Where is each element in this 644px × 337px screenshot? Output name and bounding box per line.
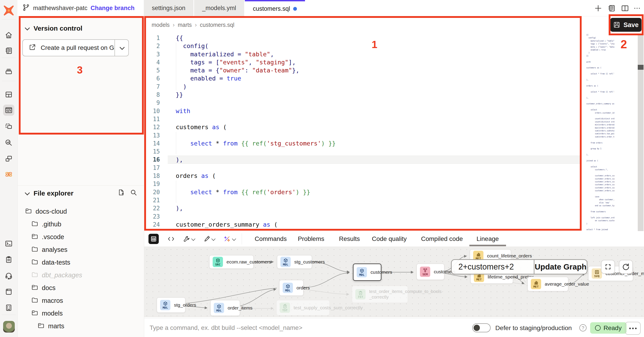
code-line-10[interactable]: 10with <box>144 107 581 115</box>
code-line-1[interactable]: 1{{ <box>144 34 581 42</box>
wrench-icon[interactable] <box>182 234 192 244</box>
windows-icon[interactable] <box>3 153 14 164</box>
panel-tab-Commands[interactable]: Commands <box>255 232 287 246</box>
defer-toggle[interactable] <box>472 323 490 332</box>
editor-minimap[interactable]: {{ config( materialized = "table", tags … <box>586 33 614 231</box>
file-explorer-header[interactable]: File explorer <box>25 190 73 197</box>
user-avatar[interactable] <box>3 321 15 333</box>
more-options-button[interactable] <box>625 322 641 335</box>
save-button[interactable]: Save <box>610 18 642 32</box>
tree-item-.github[interactable]: .github <box>18 218 144 231</box>
new-file-icon[interactable] <box>116 188 126 198</box>
lineage-node-test-supply-costs[interactable]: TSTtest_supply_costs_sum_correctly <box>276 300 330 316</box>
code-line-6[interactable]: 6 enabled = true <box>144 74 581 82</box>
tree-item-.vscode[interactable]: .vscode <box>18 231 144 243</box>
code-line-22[interactable]: 22), <box>144 204 581 212</box>
code-line-17[interactable]: 17 <box>144 164 581 172</box>
panel-tab-Code quality[interactable]: Code quality <box>372 232 407 246</box>
panel-tab-Compiled code[interactable]: Compiled code <box>421 232 463 246</box>
lineage-node-stg-customers[interactable]: MDLstg_customers <box>277 255 312 269</box>
chevron-down-icon[interactable] <box>212 237 215 241</box>
add-tab-icon[interactable] <box>593 3 603 13</box>
split-view-icon[interactable] <box>620 3 630 13</box>
home-icon[interactable] <box>3 29 14 41</box>
tree-item-models[interactable]: models <box>18 307 144 320</box>
tree-item-docs-cloud[interactable]: docs-cloud <box>18 205 144 218</box>
chevron-down-icon[interactable] <box>192 237 195 241</box>
notebook-icon[interactable] <box>3 45 14 56</box>
tree-item-marts[interactable]: marts <box>18 320 144 333</box>
docs-book-icon[interactable] <box>3 286 14 297</box>
code-line-3[interactable]: 3 materialized = "table", <box>144 50 581 58</box>
lineage-node-customers-semantic[interactable]: SEMcustomers <box>416 264 444 280</box>
breadcrumb-item[interactable]: models <box>152 22 170 28</box>
code-line-11[interactable]: 11 <box>144 115 581 123</box>
code-line-13[interactable]: 13 <box>144 131 581 139</box>
terminal-icon[interactable] <box>3 238 14 249</box>
code-editor[interactable]: 1{{2 config(3 materialized = "table",4 t… <box>144 34 581 229</box>
version-control-header[interactable]: Version control <box>25 24 82 32</box>
code-line-18[interactable]: 18orders as ( <box>144 172 581 180</box>
lineage-node-test-order-items[interactable]: TSTtest_order_items_compute_to_bools _co… <box>352 286 408 303</box>
lineage-node-stg-orders[interactable]: MDLstg_orders <box>156 297 186 313</box>
lineage-node-order-items[interactable]: MDLorder_items <box>210 300 240 316</box>
ai-assist-icon[interactable] <box>222 234 232 244</box>
code-line-4[interactable]: 4 tags = ["events", "staging"], <box>144 58 581 66</box>
tree-item-dbt_packages[interactable]: dbt_packages <box>18 269 144 282</box>
branch-name[interactable]: matthewshaver-patc <box>33 5 88 12</box>
change-branch-link[interactable]: Change branch <box>90 5 134 12</box>
code-line-20[interactable]: 20 select * from {{ ref('orders') }} <box>144 188 581 196</box>
scrollbar-thumb[interactable] <box>638 65 644 70</box>
code-line-5[interactable]: 5 meta = {"owner": "data-team"}, <box>144 66 581 74</box>
code-line-14[interactable]: 14 select * from {{ ref('stg_customers')… <box>144 139 581 147</box>
lineage-canvas[interactable]: SRCecom.raw_customersMDLstg_customersMDL… <box>144 247 644 317</box>
code-line-24[interactable]: 24customer_orders_summary as ( <box>144 221 581 229</box>
tree-item-analyses[interactable]: analyses <box>18 243 144 256</box>
code-line-2[interactable]: 2 config( <box>144 42 581 50</box>
dbt-logo-icon[interactable] <box>3 5 14 16</box>
panel-tab-Problems[interactable]: Problems <box>298 232 324 246</box>
refresh-icon[interactable] <box>619 260 633 274</box>
search-icon[interactable] <box>129 188 139 198</box>
code-icon[interactable] <box>166 234 176 244</box>
editor-scrollbar[interactable] <box>638 33 644 231</box>
query-explorer-icon[interactable] <box>3 137 14 148</box>
panel-tab-Results[interactable]: Results <box>339 232 360 246</box>
organization-icon[interactable] <box>3 302 14 313</box>
expand-icon[interactable] <box>601 260 615 274</box>
code-line-12[interactable]: 12customers as ( <box>144 123 581 131</box>
code-line-23[interactable]: 23 <box>144 213 581 221</box>
chevron-down-icon[interactable] <box>232 237 236 241</box>
create-pull-request-button[interactable]: Create a pull request on Gi... <box>22 39 129 56</box>
atom-icon[interactable] <box>3 169 14 180</box>
code-line-16[interactable]: 16), <box>144 156 581 164</box>
preview-table-icon[interactable] <box>148 234 159 244</box>
lineage-node-customers-model[interactable]: MDLcustomers <box>353 264 382 281</box>
code-line-21[interactable]: 21 <box>144 196 581 204</box>
code-line-15[interactable]: 15 <box>144 147 581 156</box>
lineage-node-orders[interactable]: MDLorders <box>279 280 304 296</box>
update-graph-button[interactable]: Update Graph <box>534 260 587 274</box>
tab-customers.sql[interactable]: customers.sql <box>245 0 305 16</box>
help-icon[interactable]: ? <box>580 324 586 332</box>
code-line-7[interactable]: 7 ) <box>144 83 581 91</box>
code-editor-icon[interactable] <box>3 105 14 116</box>
breadcrumb-item[interactable]: marts <box>178 22 192 28</box>
code-line-19[interactable]: 19 <box>144 180 581 188</box>
status-badge[interactable]: Ready <box>590 322 626 334</box>
tree-item-docs[interactable]: docs <box>18 282 144 294</box>
dashboard-icon[interactable] <box>3 89 14 100</box>
code-line-9[interactable]: 9 <box>144 99 581 107</box>
command-input[interactable]: Type a command, ex. dbt build --select <… <box>150 319 302 337</box>
code-line-8[interactable]: 8}} <box>144 91 581 99</box>
more-icon[interactable] <box>632 3 642 13</box>
journal-icon[interactable] <box>606 3 617 13</box>
lineage-node-ecom-raw-customers[interactable]: SRCecom.raw_customers <box>209 255 254 269</box>
panel-tab-Lineage[interactable]: Lineage <box>476 232 499 246</box>
stack-icon[interactable] <box>3 66 14 77</box>
frame-icon[interactable] <box>3 121 14 132</box>
tree-item-macros[interactable]: macros <box>18 294 144 307</box>
tab-_models.yml[interactable]: _models.yml <box>194 0 244 16</box>
format-icon[interactable] <box>202 234 212 244</box>
lineage-selector-input[interactable]: 2+customers+2 <box>452 260 534 274</box>
